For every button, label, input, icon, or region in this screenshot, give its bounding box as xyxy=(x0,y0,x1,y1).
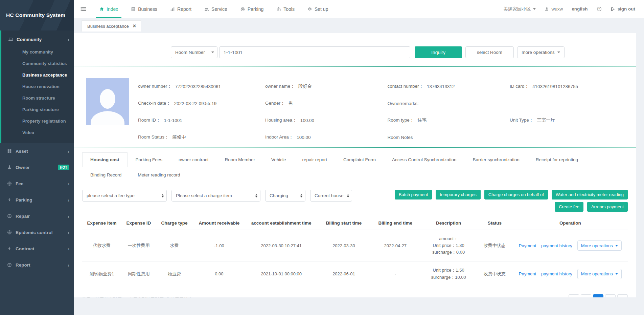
payment-link[interactable]: Payment xyxy=(519,243,536,248)
topnav-item-business[interactable]: Business xyxy=(128,0,161,18)
close-icon[interactable]: × xyxy=(133,23,136,29)
meter-reading-button[interactable]: Water and electricity meter reading xyxy=(552,190,628,200)
charge-on-behalf-button[interactable]: Charge charges on behalf of xyxy=(484,190,548,200)
more-operations-label: more operations xyxy=(522,50,555,55)
bolt-icon xyxy=(7,246,12,251)
sidebar-item-parking-structure[interactable]: Parking structure xyxy=(1,104,74,115)
sidebar-item-property-registration[interactable]: Property registration xyxy=(1,115,74,127)
arrears-payment-button[interactable]: Arrears payment xyxy=(587,202,628,212)
topnav-label: Tools xyxy=(283,6,295,12)
sidebar-item-label: Report xyxy=(16,262,30,268)
tab-binding-record[interactable]: Binding Record xyxy=(82,168,130,182)
topnav-item-service[interactable]: Service xyxy=(201,0,231,18)
tab-access-control-sync[interactable]: Access Control Synchronization xyxy=(384,152,465,167)
create-fee-button[interactable]: Create fee xyxy=(555,202,583,212)
room-search-input[interactable] xyxy=(219,46,410,58)
table-row: 代收水费 一次性费用 水费 -1.00 2022-03-30 10:27:41 … xyxy=(82,230,628,261)
user-menu[interactable]: wuxw xyxy=(545,6,563,12)
sidebar-item-room-structure[interactable]: Room structure xyxy=(1,92,74,104)
current-house-select[interactable]: Current house xyxy=(310,190,352,202)
batch-payment-button[interactable]: Batch payment xyxy=(395,190,432,200)
submenu-label: Room structure xyxy=(22,96,55,101)
sidebar-item-community-statistics[interactable]: Community statistics xyxy=(1,58,74,69)
sidebar-item-contract[interactable]: Contract › xyxy=(0,240,74,257)
tab-housing-cost[interactable]: Housing cost xyxy=(82,152,128,167)
sidebar-item-label: Asset xyxy=(16,149,28,154)
globe-icon xyxy=(7,230,12,235)
language-toggle[interactable]: english xyxy=(572,6,588,12)
charge-item-select[interactable]: Please select a charge item xyxy=(171,190,260,202)
tab-parking-fees[interactable]: Parking Fees xyxy=(128,152,171,167)
updown-icon xyxy=(300,194,302,197)
temporary-charges-button[interactable]: temporary charges xyxy=(436,190,480,200)
community-selector[interactable]: 美满家园小区 xyxy=(503,6,536,12)
sidebar-item-fee[interactable]: Fee › xyxy=(0,175,74,192)
tab-vehicle[interactable]: Vehicle xyxy=(263,152,294,167)
sidebar-item-owner[interactable]: Owner HOT xyxy=(0,159,74,175)
sidebar-item-house-renovation[interactable]: House renovation xyxy=(1,81,74,92)
col-account-establishment-time: account establishment time xyxy=(245,217,317,230)
user-icon xyxy=(545,7,549,11)
signout-button[interactable]: sign out xyxy=(611,6,636,12)
submenu-label: Community statistics xyxy=(22,61,67,66)
sidebar-item-my-community[interactable]: My community xyxy=(1,46,74,58)
tab-meter-reading-record[interactable]: Meter reading record xyxy=(130,168,188,182)
topnav-item-report[interactable]: Report xyxy=(167,0,195,18)
tab-room-member[interactable]: Room Member xyxy=(217,152,263,167)
tab-repair-report[interactable]: repair report xyxy=(294,152,335,167)
payment-history-link[interactable]: payment history xyxy=(541,271,572,276)
pagination-first[interactable]: « xyxy=(569,294,579,297)
filter-buttons: Batch payment temporary charges Charge c… xyxy=(395,190,628,212)
payment-link[interactable]: Payment xyxy=(519,271,536,276)
sidebar-item-business-acceptance[interactable]: Business acceptance xyxy=(1,69,74,81)
room-number-select[interactable]: Room Number xyxy=(171,46,217,58)
payment-history-link[interactable]: payment history xyxy=(541,243,572,248)
fee-type-select[interactable]: please select a fee type xyxy=(82,190,167,202)
help-button[interactable]: ? xyxy=(597,6,602,12)
pagination-next[interactable]: › xyxy=(605,294,616,297)
select-room-button[interactable]: select Room xyxy=(465,46,514,58)
sidebar-item-label: Fee xyxy=(16,181,23,186)
charging-status-select[interactable]: Charging xyxy=(265,190,305,202)
pagination-prev[interactable]: ‹ xyxy=(581,294,591,297)
topnav-item-setup[interactable]: Set up xyxy=(304,0,331,18)
pagination-last[interactable]: » xyxy=(617,294,628,297)
pagination-page-1[interactable]: 1 xyxy=(593,294,603,297)
field-room-notes: Room Notes xyxy=(387,135,510,140)
table-row: 测试物业费1 周期性费用 物业费 0.00 2021-10-01 00:00:0… xyxy=(82,261,628,286)
tab-complaint-form[interactable]: Complaint Form xyxy=(335,152,384,167)
sidebar-item-community[interactable]: Community › xyxy=(1,33,74,46)
field-indoor-area: Indoor Area：100.00 xyxy=(265,134,388,140)
username: wuxw xyxy=(551,6,563,12)
sidebar-item-asset[interactable]: Asset › xyxy=(0,143,74,159)
sidebar-item-video[interactable]: Video xyxy=(1,127,74,138)
menu-icon[interactable] xyxy=(80,6,87,12)
topnav-item-parking[interactable]: Parking xyxy=(237,0,267,18)
topnav-label: Report xyxy=(177,6,191,12)
topbar-right: 美满家园小区 wuxw english ? sign out xyxy=(503,6,635,12)
tab-owner-contract[interactable]: owner contract xyxy=(170,152,217,167)
sidebar-item-epidemic-control[interactable]: Epidemic control › xyxy=(0,224,74,240)
row-more-operations-button[interactable]: More operations xyxy=(577,269,622,279)
sidebar: HC Community System Community › My commu… xyxy=(0,0,74,315)
chevron-right-icon: › xyxy=(68,230,69,235)
topnav-label: Set up xyxy=(315,6,328,12)
operation-cell: Payment payment history More operations xyxy=(514,269,626,279)
sidebar-item-label: Contract xyxy=(16,246,34,251)
tab-receipt-reprinting[interactable]: Receipt for reprinting xyxy=(528,152,586,167)
tab-business-acceptance[interactable]: Business acceptance × xyxy=(82,20,141,31)
tab-label: Business acceptance xyxy=(87,24,129,29)
row-more-operations-button[interactable]: More operations xyxy=(577,240,622,251)
topnav-item-tools[interactable]: Tools xyxy=(273,0,298,18)
question-icon: ? xyxy=(597,6,602,12)
sidebar-item-repair[interactable]: Repair › xyxy=(0,208,74,224)
more-operations-button[interactable]: more operations xyxy=(517,46,565,58)
detail-tabs: Housing cost Parking Fees owner contract… xyxy=(74,148,636,182)
sidebar-item-parking[interactable]: Parking › xyxy=(0,192,74,208)
sidebar-item-report[interactable]: Report › xyxy=(0,257,74,273)
field-gender: Gender：男 xyxy=(265,100,388,106)
chevron-right-icon: › xyxy=(68,246,69,251)
tab-barrier-sync[interactable]: Barrier synchronization xyxy=(465,152,528,167)
inquiry-button[interactable]: Inquiry xyxy=(415,46,462,58)
topnav-item-index[interactable]: Index xyxy=(96,0,121,18)
